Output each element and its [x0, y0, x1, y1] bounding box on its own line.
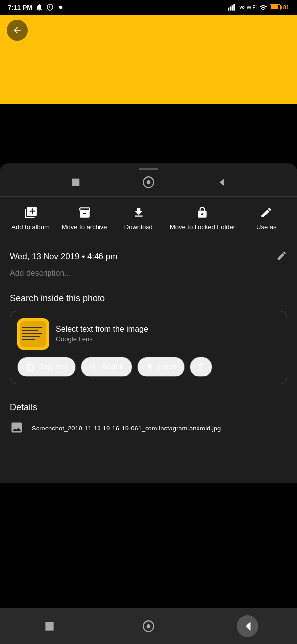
bottom-navigation: [0, 608, 297, 644]
nav-stop-button[interactable]: [39, 615, 60, 637]
download-button[interactable]: Download: [119, 206, 158, 232]
lock-icon: [196, 206, 209, 219]
stop-button[interactable]: [68, 174, 84, 190]
svg-marker-12: [246, 622, 251, 630]
move-to-locked-button[interactable]: Move to Locked Folder: [170, 206, 235, 232]
drag-handle: [139, 168, 158, 170]
download-icon: [132, 206, 146, 219]
svg-marker-8: [219, 179, 224, 186]
svg-rect-5: [72, 179, 80, 186]
copy-text-button[interactable]: Copy text: [17, 357, 76, 377]
move-to-locked-label: Move to Locked Folder: [170, 223, 235, 232]
lens-thumbnail: [17, 318, 49, 350]
lens-sub-text: Google Lens: [56, 335, 148, 343]
use-as-button[interactable]: Use as: [247, 206, 286, 232]
status-time: 7:11 PM: [8, 3, 65, 11]
add-album-icon: [24, 206, 38, 219]
drag-handle-row: [0, 168, 297, 170]
nav-home-button[interactable]: [138, 615, 159, 637]
use-as-icon: [259, 206, 273, 219]
photo-header: [0, 15, 297, 104]
move-to-archive-label: Move to archive: [62, 223, 107, 232]
svg-point-11: [147, 624, 151, 629]
status-icons: Vo WiFi 81: [228, 4, 289, 11]
svg-rect-2: [230, 7, 231, 11]
move-to-archive-button[interactable]: Move to archive: [62, 206, 107, 232]
time-display: 7:11 PM: [8, 4, 32, 11]
photo-content: [0, 104, 297, 163]
battery-indicator: [270, 4, 281, 10]
search-inside-section: Search inside this photo Select text fro…: [0, 283, 297, 392]
edit-button[interactable]: [276, 250, 287, 263]
add-to-album-label: Add to album: [11, 223, 50, 232]
lens-card: Select text from the image Google Lens C…: [10, 311, 287, 384]
file-row: Screenshot_2019-11-13-19-16-19-061_com.i…: [10, 421, 287, 436]
details-section: Details Screenshot_2019-11-13-19-16-19-0…: [0, 392, 297, 443]
lens-info: Select text from the image Google Lens: [56, 325, 148, 343]
add-description-field[interactable]: Add description...: [10, 269, 71, 277]
svg-point-7: [147, 180, 151, 185]
file-icon: [10, 421, 24, 436]
details-title: Details: [10, 402, 287, 413]
svg-rect-1: [228, 8, 229, 11]
back-button[interactable]: [7, 20, 28, 41]
media-controls: [0, 174, 297, 197]
action-bar: Add to album Move to archive Download Mo…: [0, 197, 297, 240]
battery-percent: 81: [283, 4, 289, 10]
search-inside-title: Search inside this photo: [10, 293, 287, 304]
back-nav-button[interactable]: [213, 174, 229, 190]
download-label: Download: [124, 223, 153, 232]
date-row: Wed, 13 Nov 2019 • 4:46 pm: [10, 250, 287, 263]
status-bar: 7:11 PM Vo WiFi 81: [0, 0, 297, 15]
lens-select-text: Select text from the image: [56, 325, 148, 334]
nav-back-button[interactable]: [237, 615, 258, 637]
bottom-sheet: Add to album Move to archive Download Mo…: [0, 163, 297, 483]
add-to-album-button[interactable]: Add to album: [11, 206, 50, 232]
translate-button[interactable]: 文: [190, 357, 212, 377]
svg-rect-9: [45, 622, 53, 630]
archive-icon: [78, 206, 92, 219]
home-button[interactable]: [141, 174, 156, 190]
info-section: Wed, 13 Nov 2019 • 4:46 pm Add descripti…: [0, 240, 297, 283]
svg-rect-4: [233, 4, 235, 11]
search-button[interactable]: Search: [81, 357, 132, 377]
use-as-label: Use as: [256, 223, 276, 232]
listen-button[interactable]: Listen: [137, 357, 185, 377]
file-name: Screenshot_2019-11-13-19-16-19-061_com.i…: [32, 424, 221, 433]
lens-actions: Copy text Search Listen 文: [17, 357, 280, 377]
svg-rect-3: [231, 5, 233, 11]
date-display: Wed, 13 Nov 2019 • 4:46 pm: [10, 252, 117, 262]
lens-top: Select text from the image Google Lens: [17, 318, 280, 350]
svg-point-0: [59, 6, 63, 9]
